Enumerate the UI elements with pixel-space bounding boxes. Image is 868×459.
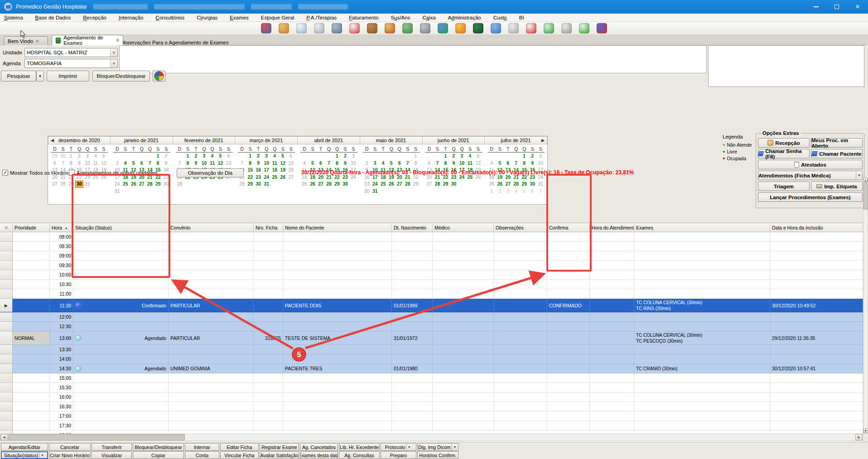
- calendar-day[interactable]: 11: [270, 160, 279, 167]
- tab-bem-vindo[interactable]: Bem Vindo ×: [4, 36, 48, 45]
- calendar-day[interactable]: 30: [363, 188, 371, 195]
- calendar-day[interactable]: 29: [154, 181, 162, 188]
- calendar-day[interactable]: 12: [217, 160, 225, 167]
- calendar-day[interactable]: 2: [450, 153, 458, 160]
- calendar-day[interactable]: 20: [287, 167, 295, 174]
- agendar-editar-button[interactable]: Agendar/Editar: [1, 443, 48, 451]
- calendar-day[interactable]: 8: [246, 160, 254, 167]
- calendar-day[interactable]: 5: [387, 160, 395, 167]
- calendar-day[interactable]: 24: [262, 174, 270, 181]
- cell-ind[interactable]: ▶: [0, 299, 13, 312]
- cell-ind[interactable]: [0, 289, 13, 299]
- cell-ind[interactable]: [0, 280, 13, 289]
- cancelar-button[interactable]: Cancelar: [49, 443, 91, 451]
- calendar-day[interactable]: 28: [146, 181, 154, 188]
- menu-item-caixa[interactable]: Caixa: [422, 15, 435, 20]
- registrar-exame-button[interactable]: Registrar Exame: [260, 443, 299, 451]
- calendar-day[interactable]: 31: [371, 188, 379, 195]
- schedule-row-14:30[interactable]: 14:30AgendadoUNIMED GOIANIAPACIENTE TRES…: [0, 364, 863, 373]
- cash-icon[interactable]: [402, 23, 413, 33]
- calendar-day[interactable]: 10: [349, 160, 357, 167]
- pesquisar-dropdown-icon[interactable]: ▼: [36, 71, 44, 81]
- calendar-day[interactable]: 5: [217, 153, 225, 160]
- calendar-day[interactable]: 6: [504, 160, 512, 167]
- calendar-day[interactable]: 27: [425, 181, 434, 188]
- cell-ind[interactable]: [0, 242, 13, 251]
- tab-close-icon[interactable]: ×: [116, 37, 119, 43]
- chevron-down-icon[interactable]: ▼: [39, 452, 45, 458]
- calendar-day[interactable]: 29: [67, 181, 75, 188]
- calendar-day[interactable]: 23: [254, 174, 262, 181]
- column-header-confirma[interactable]: Confirma: [547, 223, 590, 232]
- calendar-day[interactable]: 28: [176, 181, 184, 188]
- column-header-exames[interactable]: Exames: [634, 223, 770, 232]
- calendar-day[interactable]: 31: [262, 181, 270, 188]
- calendar-day[interactable]: 4: [466, 153, 474, 160]
- ag-cancelados-button[interactable]: Ag. Cancelados: [300, 443, 338, 451]
- calendar-day[interactable]: 7: [404, 160, 412, 167]
- cell-ind[interactable]: [0, 392, 13, 402]
- calendar-day[interactable]: 3: [458, 153, 466, 160]
- cell-ind[interactable]: [0, 411, 13, 421]
- calendar-day[interactable]: 7: [146, 160, 154, 167]
- atestados-button[interactable]: Atestados: [758, 160, 863, 169]
- calendar-day[interactable]: 6: [528, 188, 536, 195]
- green-book-icon[interactable]: [473, 23, 483, 33]
- calendar-day[interactable]: 23: [162, 174, 170, 181]
- calendar-day[interactable]: 2: [75, 153, 83, 160]
- calendar-day[interactable]: 12: [474, 160, 482, 167]
- calendar-day[interactable]: 8: [412, 160, 420, 167]
- calendar-day[interactable]: 26: [496, 181, 504, 188]
- calendar-day[interactable]: 9: [254, 160, 262, 167]
- scroll-up-icon[interactable]: ▲: [863, 178, 868, 183]
- green-chart-icon[interactable]: [579, 23, 589, 33]
- calendar-day[interactable]: 31: [536, 181, 545, 188]
- calendar-day[interactable]: 29: [51, 153, 59, 160]
- calendar-day[interactable]: 13: [225, 160, 233, 167]
- chevron-down-icon[interactable]: ▼: [110, 59, 117, 67]
- calendar-day[interactable]: 10: [536, 160, 545, 167]
- calendar-day[interactable]: 17: [262, 167, 270, 174]
- calendar-day[interactable]: 8: [442, 160, 450, 167]
- calendar-day[interactable]: 28: [59, 181, 67, 188]
- calendar-day[interactable]: 1: [333, 153, 341, 160]
- calendar-day[interactable]: 4: [121, 160, 130, 167]
- schedule-row-17:30[interactable]: 17:30: [0, 421, 863, 430]
- calendar-day[interactable]: 3: [504, 188, 512, 195]
- clipboard-icon[interactable]: [561, 23, 572, 33]
- cell-ind[interactable]: [0, 354, 13, 364]
- column-header-hora[interactable]: Hora▲: [50, 223, 73, 232]
- calendar-day[interactable]: 3: [200, 153, 208, 160]
- scroll-down-icon[interactable]: ▼: [863, 428, 868, 433]
- transferir-button[interactable]: Transferir: [92, 443, 132, 451]
- calendar-day[interactable]: 2: [254, 153, 262, 160]
- observations-side-box[interactable]: [708, 45, 864, 87]
- calendar-day[interactable]: 25: [487, 181, 496, 188]
- calendar-day[interactable]: 30: [528, 181, 536, 188]
- calendar-day[interactable]: 1: [487, 188, 496, 195]
- calendar-day[interactable]: 2: [496, 188, 504, 195]
- calendar-day[interactable]: 4: [512, 188, 520, 195]
- calendar-day[interactable]: 10: [262, 160, 270, 167]
- atendimentos-ficha-m-dica--button[interactable]: Atendimentos (Ficha Médica)▼: [758, 171, 863, 180]
- calendar-day[interactable]: 3: [371, 160, 379, 167]
- calendar-day[interactable]: 3: [349, 153, 357, 160]
- chevron-down-icon[interactable]: ▼: [110, 48, 117, 57]
- calendar-day[interactable]: 5: [520, 188, 528, 195]
- menu-item-faturamento[interactable]: Faturamento: [349, 15, 378, 20]
- doctor-icon[interactable]: [296, 23, 307, 33]
- menu-item-base-de-dados[interactable]: Base de Dados: [35, 15, 71, 20]
- calendar-day[interactable]: 2: [162, 153, 170, 160]
- maximize-button[interactable]: [826, 0, 847, 14]
- calendar-day[interactable]: 29: [333, 181, 341, 188]
- calendar-day[interactable]: 30: [59, 153, 67, 160]
- tab-close-icon[interactable]: ×: [36, 38, 39, 44]
- calendar-day[interactable]: 28: [238, 181, 246, 188]
- calendar-day[interactable]: 16: [162, 167, 170, 174]
- column-header-medico[interactable]: Médico: [433, 223, 494, 232]
- stock-boxes-icon[interactable]: [367, 23, 377, 33]
- calendar-day[interactable]: 4: [300, 160, 309, 167]
- tab-agendamento-exames[interactable]: Agendamento de Exames ×: [52, 35, 123, 45]
- pesquisar-button[interactable]: Pesquisar: [1, 71, 36, 81]
- vertical-scrollbar[interactable]: ▲ ▼: [863, 177, 868, 434]
